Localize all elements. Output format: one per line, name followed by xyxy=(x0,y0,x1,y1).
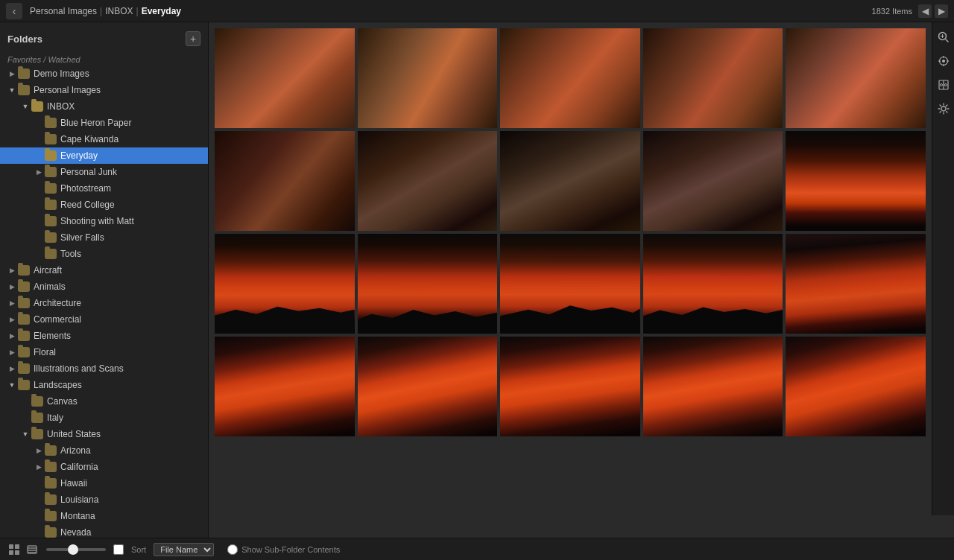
settings-tool-button[interactable] xyxy=(935,100,953,118)
expand-demo-images[interactable]: ▶ xyxy=(6,68,18,80)
sidebar-item-personal-images[interactable]: ▼ Personal Images xyxy=(0,82,208,98)
image-cell-3-1[interactable] xyxy=(215,234,355,334)
sidebar-item-personal-junk[interactable]: ▶ Personal Junk xyxy=(0,164,208,180)
sidebar-item-architecture[interactable]: ▶ Architecture xyxy=(0,295,208,311)
subfolder-radio[interactable] xyxy=(227,544,238,555)
sidebar-item-demo-images[interactable]: ▶ Demo Images xyxy=(0,66,208,82)
image-cell-1-5[interactable] xyxy=(786,28,926,128)
sidebar-item-silver-falls[interactable]: ▶ Silver Falls xyxy=(0,229,208,246)
expand-aircraft[interactable]: ▶ xyxy=(6,264,18,276)
checkbox-area xyxy=(113,544,124,555)
expand-landscapes[interactable]: ▼ xyxy=(6,379,18,391)
label-california: California xyxy=(60,462,98,472)
sidebar-item-everyday[interactable]: ▶ Everyday xyxy=(0,147,208,164)
expand-inbox[interactable]: ▼ xyxy=(19,101,31,112)
expand-arizona[interactable]: ▶ xyxy=(33,445,45,456)
zoom-tool-button[interactable] xyxy=(935,28,953,46)
folder-icon-shooting-matt xyxy=(45,216,57,226)
sidebar-item-arizona[interactable]: ▶ Arizona xyxy=(0,442,208,459)
image-cell-4-3[interactable] xyxy=(500,337,640,436)
sidebar-item-commercial[interactable]: ▶ Commercial xyxy=(0,311,208,328)
page-prev-button[interactable]: ◀ xyxy=(918,4,932,18)
breadcrumb-personal-images[interactable]: Personal Images xyxy=(30,6,97,16)
sidebar-item-montana[interactable]: ▶ Montana xyxy=(0,508,208,524)
image-cell-1-3[interactable] xyxy=(500,28,640,128)
svg-point-14 xyxy=(941,106,946,111)
sidebar-item-photostream[interactable]: ▶ Photostream xyxy=(0,180,208,197)
sidebar-item-italy[interactable]: ▶ Italy xyxy=(0,410,208,426)
grid-view-button[interactable] xyxy=(7,543,21,556)
sidebar-item-united-states[interactable]: ▼ United States xyxy=(0,426,208,442)
expand-animals[interactable]: ▶ xyxy=(6,281,18,293)
expand-commercial[interactable]: ▶ xyxy=(6,314,18,325)
sidebar-item-canvas[interactable]: ▶ Canvas xyxy=(0,393,208,410)
expand-elements[interactable]: ▶ xyxy=(6,330,18,342)
sidebar-item-california[interactable]: ▶ California xyxy=(0,459,208,475)
image-thumbnail xyxy=(215,337,355,436)
compare-tool-button[interactable] xyxy=(935,76,953,94)
breadcrumb-sep-1: | xyxy=(100,6,102,16)
image-cell-3-4[interactable] xyxy=(643,234,783,334)
sort-select[interactable]: File Name Date Size Rating xyxy=(154,543,214,556)
image-cell-2-5[interactable] xyxy=(786,131,926,231)
expand-floral[interactable]: ▶ xyxy=(6,346,18,358)
folder-icon-architecture xyxy=(18,298,30,308)
select-checkbox[interactable] xyxy=(113,544,124,555)
sidebar-item-inbox[interactable]: ▼ INBOX xyxy=(0,98,208,115)
image-cell-2-3[interactable] xyxy=(500,131,640,231)
image-thumbnail xyxy=(215,131,355,231)
sidebar-item-landscapes[interactable]: ▼ Landscapes xyxy=(0,377,208,393)
sidebar-item-elements[interactable]: ▶ Elements xyxy=(0,328,208,344)
image-cell-4-4[interactable] xyxy=(643,337,783,436)
image-cell-4-5[interactable] xyxy=(786,337,926,436)
expand-architecture[interactable]: ▶ xyxy=(6,297,18,309)
sidebar-item-floral[interactable]: ▶ Floral xyxy=(0,344,208,360)
expand-personal-junk[interactable]: ▶ xyxy=(33,166,45,178)
main-layout: Folders + Favorites / Watched ▶ Demo Ima… xyxy=(0,22,954,538)
subfolder-area: Show Sub-Folder Contents xyxy=(227,544,340,555)
image-cell-1-2[interactable] xyxy=(358,28,498,128)
image-cell-3-5[interactable] xyxy=(786,234,926,334)
sidebar-item-shooting-matt[interactable]: ▶ Shooting with Matt xyxy=(0,213,208,229)
expand-united-states[interactable]: ▼ xyxy=(19,428,31,440)
image-thumbnail xyxy=(358,28,498,128)
expand-california[interactable]: ▶ xyxy=(33,461,45,473)
image-cell-3-2[interactable] xyxy=(358,234,498,334)
add-folder-button[interactable]: + xyxy=(186,31,200,46)
image-cell-2-1[interactable] xyxy=(215,131,355,231)
expand-illustrations[interactable]: ▶ xyxy=(6,363,18,375)
sidebar-item-tools[interactable]: ▶ Tools xyxy=(0,246,208,262)
sidebar-item-nevada[interactable]: ▶ Nevada xyxy=(0,524,208,538)
label-cape-kiwanda: Cape Kiwanda xyxy=(60,134,119,144)
back-button[interactable]: ‹ xyxy=(6,3,22,19)
breadcrumb-sep-2: | xyxy=(136,6,139,16)
image-cell-4-2[interactable] xyxy=(358,337,498,436)
sort-label: Sort xyxy=(131,545,146,554)
thumbnail-size-slider[interactable] xyxy=(46,548,106,551)
folder-icon-commercial xyxy=(18,314,30,325)
sidebar-item-louisiana[interactable]: ▶ Louisiana xyxy=(0,491,208,508)
expand-personal-images[interactable]: ▼ xyxy=(6,84,18,96)
image-cell-1-1[interactable] xyxy=(215,28,355,128)
image-thumbnail xyxy=(643,337,783,436)
sidebar-item-reed-college[interactable]: ▶ Reed College xyxy=(0,197,208,213)
image-cell-2-4[interactable] xyxy=(643,131,783,231)
sidebar-item-animals[interactable]: ▶ Animals xyxy=(0,279,208,295)
breadcrumb-everyday[interactable]: Everyday xyxy=(142,6,181,16)
sidebar-item-aircraft[interactable]: ▶ Aircraft xyxy=(0,262,208,279)
image-cell-4-1[interactable] xyxy=(215,337,355,436)
image-cell-3-3[interactable] xyxy=(500,234,640,334)
sidebar-item-cape-kiwanda[interactable]: ▶ Cape Kiwanda xyxy=(0,131,208,147)
breadcrumb-inbox[interactable]: INBOX xyxy=(105,6,133,16)
folder-icon-aircraft xyxy=(18,265,30,276)
sidebar-item-hawaii[interactable]: ▶ Hawaii xyxy=(0,475,208,491)
sidebar-item-illustrations[interactable]: ▶ Illustrations and Scans xyxy=(0,360,208,377)
select-tool-button[interactable] xyxy=(935,52,953,70)
image-thumbnail xyxy=(643,28,783,128)
page-next-button[interactable]: ▶ xyxy=(935,4,948,18)
sidebar-item-blue-heron[interactable]: ▶ Blue Heron Paper xyxy=(0,115,208,131)
folder-icon-illustrations xyxy=(18,363,30,374)
image-cell-2-2[interactable] xyxy=(358,131,498,231)
detail-view-button[interactable] xyxy=(25,543,39,556)
image-cell-1-4[interactable] xyxy=(643,28,783,128)
